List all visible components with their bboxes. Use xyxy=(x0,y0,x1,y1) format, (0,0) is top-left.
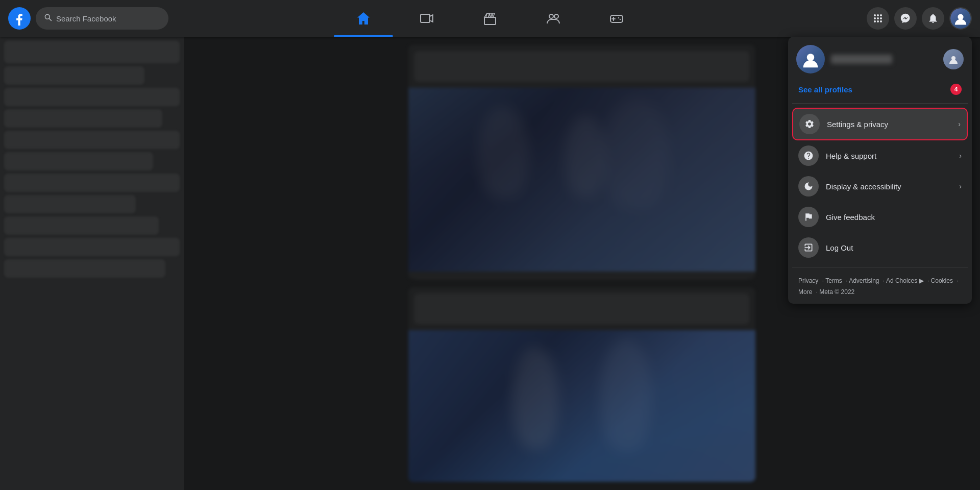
profile-avatar-small[interactable] xyxy=(943,49,964,69)
notification-badge: 4 xyxy=(950,84,962,95)
profile-name-blurred xyxy=(831,55,892,64)
dropdown-footer: Privacy · Terms · Advertising · Ad Choic… xyxy=(792,272,968,300)
menu-item-display[interactable]: Display & accessibility › xyxy=(792,171,968,202)
footer-copyright: Meta © 2022 xyxy=(819,288,854,296)
image-content xyxy=(408,88,755,272)
svg-point-21 xyxy=(958,14,963,20)
sidebar-item xyxy=(4,109,162,128)
profile-info-left xyxy=(796,45,892,74)
sidebar-item xyxy=(4,131,180,149)
grid-menu-button[interactable] xyxy=(867,7,889,30)
settings-label: Settings & privacy xyxy=(827,120,951,129)
search-icon xyxy=(44,13,52,23)
blur-figure xyxy=(565,115,605,197)
sidebar-item xyxy=(4,259,165,278)
home-icon xyxy=(356,11,371,26)
footer-more-link[interactable]: More xyxy=(798,288,812,296)
groups-icon xyxy=(546,11,560,26)
footer-advertising-link[interactable]: Advertising xyxy=(849,277,879,284)
tab-groups[interactable] xyxy=(524,4,583,33)
chevron-right-icon: › xyxy=(959,182,962,190)
svg-rect-4 xyxy=(484,17,496,24)
settings-icon-circle xyxy=(799,114,820,134)
blur-figure xyxy=(600,338,651,451)
feedback-icon-circle xyxy=(798,207,819,227)
avatar-small-icon xyxy=(948,54,959,64)
chevron-right-icon: › xyxy=(958,120,961,128)
dropdown-profile-avatar xyxy=(796,45,825,74)
search-bar[interactable]: Search Facebook xyxy=(36,7,168,30)
tab-marketplace[interactable] xyxy=(460,4,520,33)
svg-rect-2 xyxy=(421,14,430,22)
see-all-profiles-link[interactable]: See all profiles xyxy=(798,85,852,94)
grid-icon xyxy=(873,13,883,23)
navbar-left: Search Facebook xyxy=(8,7,182,30)
sidebar-item xyxy=(4,152,153,170)
svg-point-14 xyxy=(880,14,882,16)
avatar-image xyxy=(950,8,971,29)
divider xyxy=(792,267,968,267)
card-header xyxy=(414,293,749,324)
search-placeholder: Search Facebook xyxy=(56,14,116,23)
svg-point-20 xyxy=(880,20,882,22)
chevron-right-icon: › xyxy=(959,152,962,160)
left-sidebar xyxy=(0,37,184,490)
feedback-label: Give feedback xyxy=(826,213,962,222)
video-icon xyxy=(420,11,434,26)
dropdown-profile-row[interactable] xyxy=(792,41,968,78)
footer-privacy-link[interactable]: Privacy xyxy=(798,277,818,284)
navbar-center xyxy=(182,4,798,33)
blur-figure xyxy=(512,347,558,449)
avatar-person-icon xyxy=(953,11,968,26)
sidebar-item xyxy=(4,41,180,63)
notifications-button[interactable] xyxy=(922,7,944,30)
footer-terms-link[interactable]: Terms xyxy=(825,277,842,284)
card-footer xyxy=(414,278,749,279)
avatar-icon xyxy=(801,50,820,68)
svg-point-12 xyxy=(874,14,876,16)
moon-icon xyxy=(803,181,814,191)
display-label: Display & accessibility xyxy=(826,182,952,191)
svg-point-13 xyxy=(877,14,879,16)
messenger-icon xyxy=(900,13,911,24)
footer-cookies-link[interactable]: Cookies xyxy=(931,277,953,284)
menu-item-logout[interactable]: Log Out xyxy=(792,232,968,263)
menu-item-feedback[interactable]: Give feedback xyxy=(792,202,968,232)
navbar: Search Facebook xyxy=(0,0,980,37)
messenger-button[interactable] xyxy=(894,7,917,30)
menu-item-help[interactable]: Help & support › xyxy=(792,140,968,171)
display-icon-circle xyxy=(798,176,819,197)
sidebar-item xyxy=(4,238,180,256)
logout-label: Log Out xyxy=(826,243,962,252)
card-image xyxy=(408,88,755,272)
svg-point-18 xyxy=(874,20,876,22)
menu-item-settings[interactable]: Settings & privacy › xyxy=(792,108,968,140)
see-all-profiles-row: See all profiles 4 xyxy=(792,80,968,99)
svg-point-15 xyxy=(874,17,876,19)
divider xyxy=(792,103,968,104)
svg-point-10 xyxy=(618,17,619,18)
help-label: Help & support xyxy=(826,152,952,160)
svg-point-16 xyxy=(877,17,879,19)
sidebar-item xyxy=(4,174,180,192)
help-icon-circle xyxy=(798,145,819,166)
bell-icon xyxy=(927,13,939,24)
dropdown-menu: See all profiles 4 Settings & privacy › … xyxy=(788,37,972,304)
profile-avatar-button[interactable] xyxy=(949,7,972,30)
card-image xyxy=(408,330,755,482)
footer-adchoices-link[interactable]: Ad Choices ▶ xyxy=(886,277,924,284)
svg-point-6 xyxy=(554,14,558,18)
tab-gaming[interactable] xyxy=(587,4,646,33)
svg-point-17 xyxy=(880,17,882,19)
sidebar-item xyxy=(4,216,159,235)
card-header xyxy=(414,51,749,82)
logout-icon-circle xyxy=(798,237,819,258)
feed-card xyxy=(408,45,755,279)
image-content xyxy=(408,330,755,482)
svg-line-1 xyxy=(49,18,51,20)
logout-icon xyxy=(803,242,814,253)
sidebar-item xyxy=(4,195,136,213)
tab-watch[interactable] xyxy=(397,4,456,33)
tab-home[interactable] xyxy=(334,4,393,33)
facebook-logo[interactable] xyxy=(8,7,31,30)
